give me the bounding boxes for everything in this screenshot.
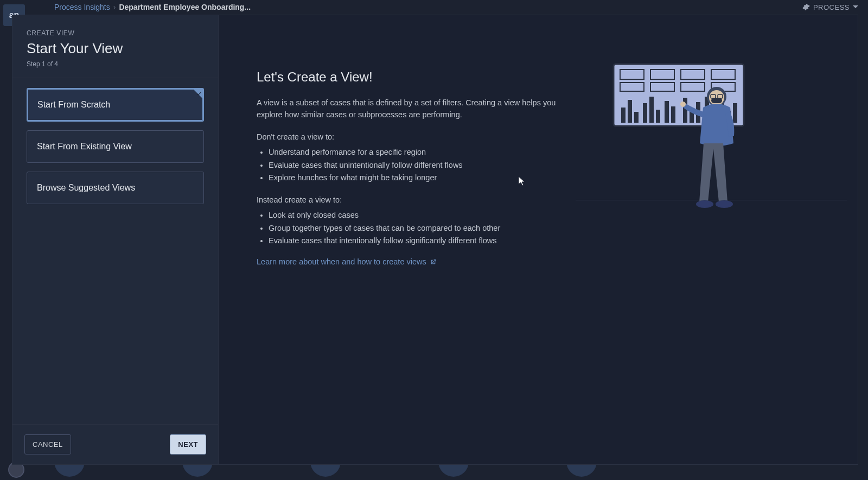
option-label: Browse Suggested Views (37, 183, 135, 192)
cancel-button[interactable]: CANCEL (24, 434, 71, 454)
illustration-divider (576, 200, 847, 200)
svg-point-32 (716, 200, 733, 208)
wizard-left-panel: CREATE VIEW Start Your View Step 1 of 4 … (12, 15, 219, 464)
process-menu-label: PROCESS (813, 3, 850, 11)
gear-icon (802, 3, 810, 11)
content-column: Let's Create a View! A view is a subset … (257, 48, 560, 443)
svg-point-31 (696, 200, 713, 208)
create-view-modal: CREATE VIEW Start Your View Step 1 of 4 … (12, 15, 858, 465)
wizard-title: Start Your View (27, 40, 204, 57)
list-item: Look at only closed cases (269, 209, 560, 222)
wizard-footer: CANCEL NEXT (12, 424, 218, 464)
check-icon (196, 89, 202, 96)
next-button[interactable]: NEXT (170, 434, 206, 454)
instead-label: Instead create a view to: (257, 194, 560, 206)
svg-rect-17 (683, 98, 687, 123)
option-start-from-scratch[interactable]: Start From Scratch (27, 88, 204, 122)
caret-down-icon (853, 4, 858, 10)
instead-list: Look at only closed cases Group together… (269, 209, 560, 247)
svg-rect-10 (628, 100, 632, 123)
dont-list: Understand performance for a specific re… (269, 146, 560, 184)
wizard-right-panel: Let's Create a View! A view is a subset … (219, 15, 858, 464)
svg-rect-11 (634, 112, 639, 123)
svg-rect-9 (621, 108, 626, 123)
learn-more-link[interactable]: Learn more about when and how to create … (257, 257, 437, 266)
content-heading: Let's Create a View! (257, 70, 560, 85)
illustration (608, 59, 814, 224)
breadcrumb-root[interactable]: Process Insights (54, 3, 110, 11)
list-item: Evaluate cases that intentionally follow… (269, 235, 560, 247)
list-item: Understand performance for a specific re… (269, 146, 560, 159)
wizard-options: Start From Scratch Start From Existing V… (12, 78, 218, 214)
breadcrumb-separator: › (113, 3, 116, 11)
svg-rect-12 (643, 103, 647, 123)
svg-rect-24 (733, 103, 737, 123)
list-item: Group together types of cases that can b… (269, 222, 560, 235)
external-link-icon (430, 258, 437, 266)
wizard-step-label: Step 1 of 4 (27, 60, 204, 68)
process-menu[interactable]: PROCESS (802, 3, 858, 11)
svg-point-30 (680, 102, 686, 107)
svg-rect-13 (649, 97, 654, 123)
svg-rect-16 (671, 106, 675, 123)
option-label: Start From Scratch (37, 100, 110, 109)
dont-label: Don't create a view to: (257, 131, 560, 143)
breadcrumb-current: Department Employee Onboarding... (119, 3, 251, 11)
learn-more-text: Learn more about when and how to create … (257, 257, 426, 266)
svg-rect-14 (656, 110, 660, 123)
list-item: Evaluate cases that unintentionally foll… (269, 159, 560, 172)
svg-rect-15 (665, 101, 669, 123)
wizard-header: CREATE VIEW Start Your View Step 1 of 4 (12, 15, 218, 78)
option-start-from-existing[interactable]: Start From Existing View (27, 130, 204, 163)
option-browse-suggested[interactable]: Browse Suggested Views (27, 172, 204, 204)
list-item: Explore hunches for what might be taking… (269, 172, 560, 184)
content-intro: A view is a subset of cases that is defi… (257, 97, 560, 121)
option-label: Start From Existing View (37, 142, 132, 151)
wizard-eyebrow: CREATE VIEW (27, 29, 204, 37)
breadcrumb-bar: Process Insights › Department Employee O… (0, 0, 868, 14)
